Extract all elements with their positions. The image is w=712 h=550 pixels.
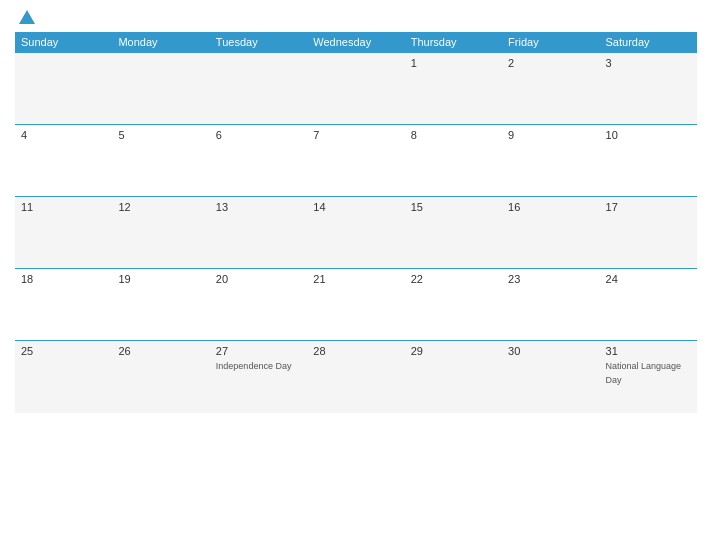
calendar-day-cell: 11 xyxy=(15,197,112,269)
calendar-day-cell xyxy=(307,53,404,125)
day-number: 24 xyxy=(606,273,691,285)
calendar-day-cell: 4 xyxy=(15,125,112,197)
day-number: 22 xyxy=(411,273,496,285)
calendar-day-cell: 21 xyxy=(307,269,404,341)
day-of-week-header: Thursday xyxy=(405,32,502,53)
day-number: 30 xyxy=(508,345,593,357)
day-number: 23 xyxy=(508,273,593,285)
day-number: 6 xyxy=(216,129,301,141)
day-of-week-header: Friday xyxy=(502,32,599,53)
day-number: 26 xyxy=(118,345,203,357)
calendar-day-cell: 15 xyxy=(405,197,502,269)
calendar-day-cell xyxy=(15,53,112,125)
day-number: 29 xyxy=(411,345,496,357)
calendar-day-cell: 24 xyxy=(600,269,697,341)
day-number: 4 xyxy=(21,129,106,141)
calendar-page: SundayMondayTuesdayWednesdayThursdayFrid… xyxy=(0,0,712,550)
day-number: 11 xyxy=(21,201,106,213)
day-number: 14 xyxy=(313,201,398,213)
day-number: 28 xyxy=(313,345,398,357)
calendar-day-cell: 31National Language Day xyxy=(600,341,697,413)
day-number: 31 xyxy=(606,345,691,357)
day-of-week-header: Saturday xyxy=(600,32,697,53)
day-number: 1 xyxy=(411,57,496,69)
holiday-label: Independence Day xyxy=(216,361,292,371)
calendar-day-cell xyxy=(210,53,307,125)
calendar-day-cell: 14 xyxy=(307,197,404,269)
calendar-day-cell: 25 xyxy=(15,341,112,413)
logo xyxy=(15,10,39,24)
calendar-day-cell: 10 xyxy=(600,125,697,197)
day-number: 10 xyxy=(606,129,691,141)
calendar-day-cell: 5 xyxy=(112,125,209,197)
day-number: 18 xyxy=(21,273,106,285)
day-number: 5 xyxy=(118,129,203,141)
day-number: 12 xyxy=(118,201,203,213)
day-number: 13 xyxy=(216,201,301,213)
calendar-day-cell: 23 xyxy=(502,269,599,341)
calendar-day-cell: 30 xyxy=(502,341,599,413)
calendar-day-cell: 13 xyxy=(210,197,307,269)
calendar-week-row: 18192021222324 xyxy=(15,269,697,341)
day-number: 17 xyxy=(606,201,691,213)
day-number: 3 xyxy=(606,57,691,69)
calendar-week-row: 123 xyxy=(15,53,697,125)
day-number: 15 xyxy=(411,201,496,213)
calendar-day-cell: 18 xyxy=(15,269,112,341)
calendar-day-cell: 29 xyxy=(405,341,502,413)
calendar-week-row: 252627Independence Day28293031National L… xyxy=(15,341,697,413)
calendar-day-cell: 7 xyxy=(307,125,404,197)
day-number: 16 xyxy=(508,201,593,213)
calendar-day-cell: 1 xyxy=(405,53,502,125)
calendar-day-cell: 22 xyxy=(405,269,502,341)
day-number: 2 xyxy=(508,57,593,69)
calendar-day-cell: 9 xyxy=(502,125,599,197)
day-of-week-header: Monday xyxy=(112,32,209,53)
holiday-label: National Language Day xyxy=(606,361,682,385)
calendar-day-cell: 19 xyxy=(112,269,209,341)
calendar-table: SundayMondayTuesdayWednesdayThursdayFrid… xyxy=(15,32,697,413)
calendar-day-cell: 12 xyxy=(112,197,209,269)
day-number: 27 xyxy=(216,345,301,357)
day-of-week-header: Tuesday xyxy=(210,32,307,53)
day-of-week-header: Wednesday xyxy=(307,32,404,53)
calendar-day-cell: 6 xyxy=(210,125,307,197)
header xyxy=(15,10,697,24)
day-number: 19 xyxy=(118,273,203,285)
calendar-week-row: 11121314151617 xyxy=(15,197,697,269)
calendar-day-cell: 17 xyxy=(600,197,697,269)
day-number: 7 xyxy=(313,129,398,141)
day-number: 25 xyxy=(21,345,106,357)
calendar-day-cell: 27Independence Day xyxy=(210,341,307,413)
calendar-day-cell: 20 xyxy=(210,269,307,341)
calendar-day-cell: 8 xyxy=(405,125,502,197)
day-of-week-header: Sunday xyxy=(15,32,112,53)
day-number: 20 xyxy=(216,273,301,285)
day-number: 9 xyxy=(508,129,593,141)
calendar-day-cell: 3 xyxy=(600,53,697,125)
calendar-day-cell: 28 xyxy=(307,341,404,413)
calendar-day-cell: 26 xyxy=(112,341,209,413)
day-number: 21 xyxy=(313,273,398,285)
logo-triangle-icon xyxy=(19,10,35,24)
day-number: 8 xyxy=(411,129,496,141)
calendar-header-row: SundayMondayTuesdayWednesdayThursdayFrid… xyxy=(15,32,697,53)
calendar-day-cell: 2 xyxy=(502,53,599,125)
calendar-week-row: 45678910 xyxy=(15,125,697,197)
calendar-day-cell: 16 xyxy=(502,197,599,269)
calendar-day-cell xyxy=(112,53,209,125)
